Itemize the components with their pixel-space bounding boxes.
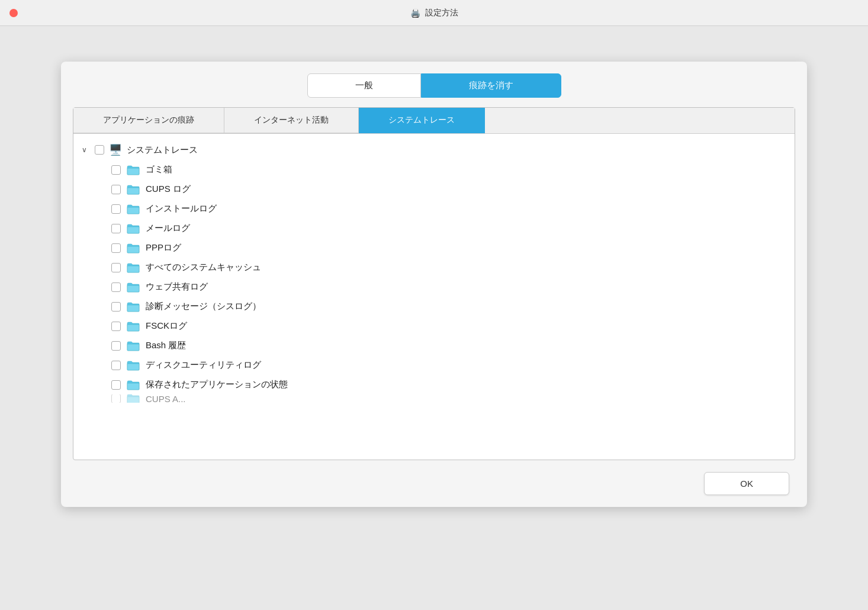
item-checkbox-cups[interactable] xyxy=(111,185,121,194)
folder-icon xyxy=(127,301,140,312)
list-item: 診断メッセージ（シスログ） xyxy=(109,297,789,316)
folder-icon xyxy=(127,282,140,293)
close-button[interactable] xyxy=(9,9,18,17)
item-checkbox-mail[interactable] xyxy=(111,224,121,233)
folder-icon xyxy=(127,360,140,371)
item-label-partial: CUPS A... xyxy=(146,394,186,403)
item-checkbox-ppp[interactable] xyxy=(111,243,121,253)
sub-tabs: アプリケーションの痕跡 インターネット活動 システムトレース xyxy=(73,108,795,134)
item-label: CUPS ログ xyxy=(146,184,191,195)
item-label: ウェブ共有ログ xyxy=(146,281,208,293)
item-label: インストールログ xyxy=(146,203,217,214)
ok-button[interactable]: OK xyxy=(704,472,789,495)
list-item: ウェブ共有ログ xyxy=(109,277,789,297)
item-checkbox-saved-app[interactable] xyxy=(111,380,121,390)
item-label: Bash 履歴 xyxy=(146,340,186,351)
item-checkbox-disk[interactable] xyxy=(111,361,121,370)
tree-items: ゴミ箱 CUPS ログ インストールログ xyxy=(79,160,789,403)
item-label: 診断メッセージ（シスログ） xyxy=(146,301,261,312)
title-text: 設定方法 xyxy=(425,8,458,18)
item-checkbox-partial[interactable] xyxy=(111,394,121,403)
sub-tab-internet-activity[interactable]: インターネット活動 xyxy=(224,108,359,133)
folder-icon xyxy=(127,394,140,403)
item-label: メールログ xyxy=(146,223,190,234)
item-checkbox-bash[interactable] xyxy=(111,341,121,351)
folder-icon xyxy=(127,204,140,214)
item-label: FSCKログ xyxy=(146,320,187,332)
list-item: 保存されたアプリケーションの状態 xyxy=(109,375,789,394)
list-item-partial: CUPS A... xyxy=(109,394,789,403)
root-checkbox[interactable] xyxy=(95,145,104,155)
content-area: アプリケーションの痕跡 インターネット活動 システムトレース ∨ 🖥️ システム… xyxy=(73,107,795,460)
folder-icon xyxy=(127,341,140,351)
item-checkbox-webshare[interactable] xyxy=(111,282,121,292)
list-item: PPPログ xyxy=(109,238,789,258)
monitor-icon: 🖥️ xyxy=(109,143,122,156)
bottom-bar: OK xyxy=(73,472,795,495)
folder-icon xyxy=(127,184,140,195)
list-item: ゴミ箱 xyxy=(109,160,789,179)
tab-erase-traces[interactable]: 痕跡を消す xyxy=(421,73,561,98)
folder-icon xyxy=(127,243,140,253)
dialog: 一般 痕跡を消す アプリケーションの痕跡 インターネット活動 システムトレース … xyxy=(61,62,807,507)
title-bar: 🖨️ 設定方法 xyxy=(0,0,868,26)
folder-icon xyxy=(127,380,140,390)
tab-general[interactable]: 一般 xyxy=(307,73,421,98)
item-label: ディスクユーティリティログ xyxy=(146,359,261,371)
top-tabs: 一般 痕跡を消す xyxy=(73,73,795,98)
title-icon: 🖨️ xyxy=(410,8,420,18)
item-checkbox-diagnostic[interactable] xyxy=(111,302,121,312)
sub-tab-app-traces[interactable]: アプリケーションの痕跡 xyxy=(73,108,224,133)
item-label: PPPログ xyxy=(146,242,181,253)
list-item: すべてのシステムキャッシュ xyxy=(109,258,789,277)
folder-icon xyxy=(127,223,140,234)
item-checkbox-fsck[interactable] xyxy=(111,322,121,331)
folder-icon xyxy=(127,165,140,175)
chevron-icon: ∨ xyxy=(82,146,90,154)
list-item: Bash 履歴 xyxy=(109,336,789,355)
tree-root: ∨ 🖥️ システムトレース xyxy=(79,140,789,160)
item-label: ゴミ箱 xyxy=(146,164,172,175)
tree-list[interactable]: ∨ 🖥️ システムトレース ゴミ箱 xyxy=(73,134,795,460)
list-item: FSCKログ xyxy=(109,316,789,336)
item-checkbox-install[interactable] xyxy=(111,204,121,214)
list-item: CUPS ログ xyxy=(109,179,789,199)
item-label: 保存されたアプリケーションの状態 xyxy=(146,379,288,390)
sub-tab-system-trace[interactable]: システムトレース xyxy=(359,108,485,133)
list-item: ディスクユーティリティログ xyxy=(109,355,789,375)
root-label: システムトレース xyxy=(127,145,198,156)
folder-icon xyxy=(127,262,140,273)
folder-icon xyxy=(127,321,140,332)
item-checkbox-cache[interactable] xyxy=(111,263,121,272)
window-title: 🖨️ 設定方法 xyxy=(410,8,458,18)
item-label: すべてのシステムキャッシュ xyxy=(146,262,261,273)
list-item: メールログ xyxy=(109,219,789,238)
item-checkbox-trash[interactable] xyxy=(111,165,121,175)
list-item: インストールログ xyxy=(109,199,789,219)
